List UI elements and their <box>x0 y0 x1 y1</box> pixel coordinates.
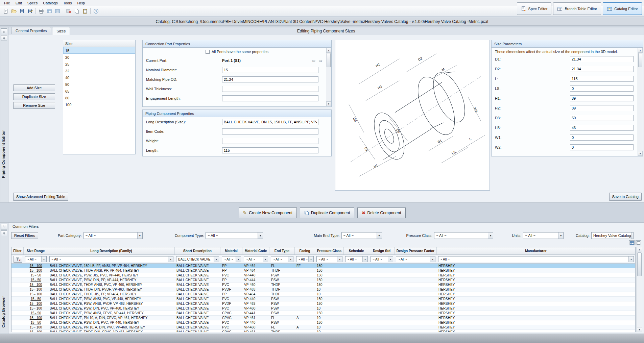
size-item[interactable]: 15 <box>63 47 135 54</box>
table-row[interactable]: 15 - 100 BALL CHECK VALVE, PSW, DIN, PVC… <box>11 306 635 311</box>
table-scrollbar[interactable]: ▲ ▼ <box>637 247 642 332</box>
delete-component-button[interactable]: ✖ Delete Component <box>357 207 405 218</box>
table-row[interactable]: 15 - 100 BALL CHECK VALVE, PN 10, A, DIN… <box>11 316 635 320</box>
parameter-input[interactable] <box>570 85 634 92</box>
parameter-input[interactable] <box>570 105 634 111</box>
size-range-link[interactable]: 15 - 100 <box>24 316 48 320</box>
table-row[interactable]: 15 - 50 BALL CHECK VALVE, PSW, ANSI, CPV… <box>11 311 635 316</box>
column-filter-combo[interactable]: ~ All ~▾ <box>271 256 293 262</box>
component-field-input[interactable] <box>222 119 318 125</box>
table-row[interactable]: 15 - 50 BALL CHECK VALVE, PSW, JIS, PVC,… <box>11 273 635 278</box>
menu-specs[interactable]: Specs <box>25 1 41 5</box>
scroll-down-icon[interactable]: ▼ <box>637 327 642 332</box>
size-range-link[interactable]: 15 - 100 <box>24 301 48 306</box>
size-item[interactable]: 32 <box>63 67 135 74</box>
connection-port-scrollbar[interactable]: ▲ ▼ <box>326 48 331 106</box>
table-row[interactable]: 15 - 100 BALL CHECK VALVE, THDF, DIN, PV… <box>11 287 635 292</box>
column-filter-combo[interactable]: ~ All ~▾ <box>244 256 268 262</box>
units-combo[interactable]: ~ All ~▾ <box>523 232 564 239</box>
table-row[interactable]: 15 - 100 BALL CHECK VALVE, 150 LB, FF, A… <box>11 264 635 268</box>
next-port-icon[interactable]: ⇨ <box>319 58 323 63</box>
size-range-link[interactable]: 15 - 50 <box>24 320 48 325</box>
save-as-icon[interactable] <box>26 7 34 15</box>
table-row[interactable]: 15 - 50 BALL CHECK VALVE, PSW, ANSI, PVC… <box>11 297 635 301</box>
table-row[interactable]: 15 - 100 BALL CHECK VALVE, PSW, ANSI, PV… <box>11 301 635 306</box>
paste-icon[interactable] <box>81 7 89 15</box>
parameter-input[interactable] <box>570 66 634 72</box>
size-parameters-scrollbar[interactable]: ▲ ▼ <box>638 48 643 156</box>
size-range-link[interactable]: 15 - 50 <box>24 297 48 301</box>
open-icon[interactable] <box>10 7 18 15</box>
scrollbar-thumb[interactable] <box>638 53 642 67</box>
column-header[interactable]: Short Description <box>175 247 220 254</box>
size-range-link[interactable]: 15 - 50 <box>24 311 48 315</box>
size-range-link[interactable]: 15 - 100 <box>24 268 48 273</box>
menu-help[interactable]: Help <box>74 1 88 5</box>
column-filter-combo[interactable]: ~ All ~▾ <box>222 256 241 262</box>
scroll-up-icon[interactable]: ▲ <box>638 48 643 53</box>
size-item[interactable]: 80 <box>63 94 135 101</box>
column-header[interactable]: Design Pressure Factor <box>395 247 437 254</box>
size-range-link[interactable]: 15 - 100 <box>24 292 48 296</box>
add-size-button[interactable]: Add Size <box>13 84 55 91</box>
component-type-combo[interactable]: ~ All ~▾ <box>206 232 263 239</box>
catalog-editor-button[interactable]: Catalog Editor <box>603 2 642 15</box>
clear-filter-button[interactable] <box>14 256 22 263</box>
size-item[interactable]: 25 <box>63 60 135 67</box>
column-filter-combo[interactable]: ~ All ~▾ <box>396 256 435 262</box>
table-view-icon[interactable] <box>45 7 53 15</box>
save-icon[interactable] <box>18 7 26 15</box>
port-field-input[interactable] <box>222 95 318 101</box>
table-row[interactable]: 15 - 50 BALL CHECK VALVE, PSW, DIN, PVC,… <box>11 320 635 325</box>
port-field-input[interactable] <box>222 86 318 92</box>
table-row[interactable]: 15 - 100 BALL CHECK VALVE, THDF, ANSI, P… <box>11 268 635 273</box>
size-item[interactable]: 40 <box>63 74 135 81</box>
parameter-input[interactable] <box>570 76 634 82</box>
scrollbar-thumb[interactable] <box>637 252 642 276</box>
scroll-up-icon[interactable]: ▲ <box>637 247 642 252</box>
parameter-input[interactable] <box>570 95 634 101</box>
size-range-link[interactable]: 15 - 100 <box>24 325 48 329</box>
save-to-catalog-button[interactable]: Save to Catalog <box>609 193 642 201</box>
port-field-input[interactable] <box>222 76 318 82</box>
column-header[interactable]: Material Code <box>242 247 269 254</box>
column-filter-combo[interactable]: ~ All ~▾ <box>345 256 368 262</box>
duplicate-size-button[interactable]: Duplicate Size <box>13 93 55 100</box>
parameter-input[interactable] <box>570 134 634 141</box>
same-ports-checkbox[interactable] <box>206 50 210 54</box>
column-header[interactable]: Facing <box>295 247 315 254</box>
spec-editor-button[interactable]: Spec Editor <box>517 2 552 15</box>
table-row[interactable]: 15 - 50 BALL CHECK VALVE, PSW, DIN, PP, … <box>11 278 635 283</box>
scroll-up-icon[interactable]: ▲ <box>326 48 331 53</box>
grid-view-icon[interactable] <box>53 7 62 15</box>
column-header[interactable]: Long Description (Family) <box>48 247 175 254</box>
column-header[interactable]: Schedule <box>344 247 369 254</box>
component-field-input[interactable] <box>222 138 318 144</box>
column-header[interactable]: Pressure Class <box>315 247 344 254</box>
menu-catalogs[interactable]: Catalogs <box>40 1 60 5</box>
column-filter-combo[interactable]: ~ All ~▾ <box>316 256 342 262</box>
pressure-class-combo[interactable]: ~ All ~▾ <box>434 232 493 239</box>
size-range-link[interactable]: 15 - 100 <box>24 264 48 268</box>
previous-port-icon[interactable]: ⇦ <box>312 58 315 63</box>
reset-filters-button[interactable]: Reset Filters <box>11 232 38 239</box>
column-filter-combo[interactable]: ~ All ~▾ <box>25 256 47 262</box>
column-header[interactable]: Design Std <box>369 247 395 254</box>
parameter-input[interactable] <box>570 144 634 150</box>
table-row[interactable]: 15 - 100 BALL CHECK VALVE, THDF, JIS, PP… <box>11 292 635 297</box>
column-filter-combo[interactable]: ~ All ~▾ <box>49 256 173 262</box>
table-view-icon[interactable] <box>629 240 635 245</box>
menu-tools[interactable]: Tools <box>61 1 75 5</box>
pin-panel-icon[interactable] <box>1 35 7 41</box>
create-new-component-button[interactable]: ✎ Create New Component <box>239 207 297 218</box>
table-row[interactable]: 15 - 100 BALL CHECK VALVE, THDF, DIN, CP… <box>11 330 635 332</box>
size-item[interactable]: 65 <box>63 88 135 94</box>
parameter-input[interactable] <box>570 125 634 131</box>
component-field-input[interactable] <box>222 128 318 134</box>
part-category-combo[interactable]: ~ All ~▾ <box>84 232 143 239</box>
column-header[interactable]: Manufacturer <box>437 247 635 254</box>
size-item[interactable]: 50 <box>63 81 135 88</box>
pin-panel-icon[interactable] <box>1 230 7 236</box>
duplicate-component-button[interactable]: Duplicate Component <box>300 207 354 218</box>
column-header[interactable]: Filter <box>11 247 24 254</box>
